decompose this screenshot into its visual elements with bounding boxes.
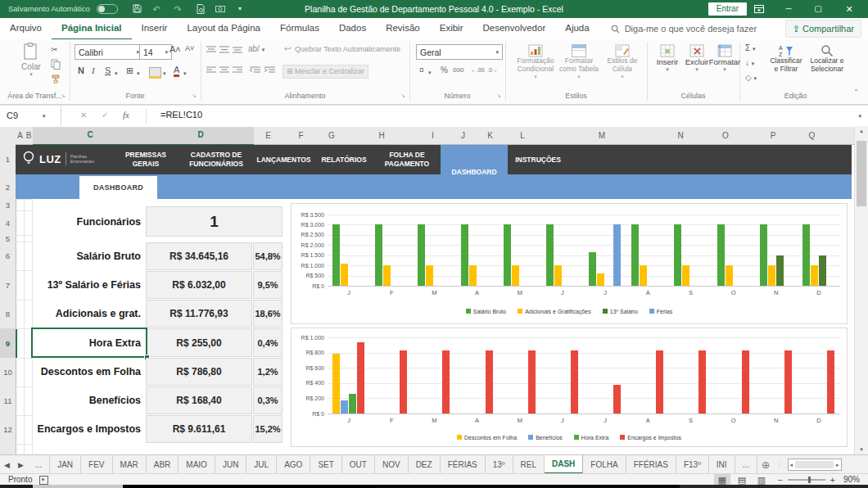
row-header-2[interactable]: 2 [0, 174, 16, 200]
zoom-out-icon[interactable]: − [778, 474, 783, 486]
column-header-N[interactable]: N [659, 127, 703, 145]
underline-button[interactable]: S [105, 66, 111, 75]
cut-icon[interactable]: ✂ [51, 44, 57, 56]
sheet-tab-ff-rias[interactable]: FFÉRIAS [626, 455, 676, 474]
column-header-J[interactable]: J [446, 127, 481, 145]
increase-decimal-icon[interactable]: ←.00 [471, 65, 485, 76]
tabstrip-splitter[interactable]: ⁞ [774, 455, 784, 474]
nav-tab-folha-de-pagamento[interactable]: FOLHA DE PAGAMENTO [373, 145, 441, 174]
expand-formula-bar-icon[interactable]: ▾ [858, 113, 861, 120]
metric-value-1[interactable]: R$ 34.645,16 [146, 242, 252, 270]
sheet-tab-rel[interactable]: REL [513, 455, 545, 474]
sheet-tab-ago[interactable]: AGO [277, 455, 310, 474]
nav-tab-instru-es[interactable]: INSTRUÇÕES [508, 145, 568, 174]
ribbon-tab-desenvolvedor[interactable]: Desenvolvedor [473, 17, 556, 38]
italic-button[interactable]: I [92, 66, 95, 75]
sheet-next-icon[interactable]: ▶ [14, 455, 28, 474]
bold-button[interactable]: N [78, 66, 84, 75]
metric-value-2[interactable]: R$ 6.032,00 [146, 271, 252, 299]
row-header-6[interactable]: 6 [0, 242, 16, 271]
paste-button[interactable]: Colar ▾ [13, 43, 49, 78]
nav-tab-relat-rios[interactable]: RELATÓRIOS [314, 145, 373, 174]
sheet-tab-f-rias[interactable]: FÉRIAS [441, 455, 486, 474]
metric-percent-1[interactable]: 54,8% [253, 242, 283, 270]
share-button[interactable]: ⇪ Compartilhar [785, 20, 861, 38]
sheet-tab--[interactable]: ... [28, 455, 50, 474]
sheet-tab-f13º[interactable]: F13º [676, 455, 709, 474]
autosum-icon[interactable]: Σ ▾ [745, 43, 755, 55]
column-header-M[interactable]: M [545, 127, 660, 145]
column-header-F[interactable]: F [283, 127, 320, 145]
ribbon-tab-revisão[interactable]: Revisão [376, 17, 430, 38]
save-icon[interactable] [129, 0, 144, 13]
ribbon-tab-página-inicial[interactable]: Página Inicial [52, 17, 132, 40]
metric-value-0[interactable]: 1 [146, 206, 283, 237]
column-header-Q[interactable]: Q [797, 127, 828, 145]
accounting-format-icon[interactable]: ¤ [419, 65, 424, 76]
fill-color-icon[interactable] [149, 67, 161, 79]
font-color-dropdown-icon[interactable]: ▾ [183, 70, 187, 77]
chart-charges[interactable]: R$ 1.000R$ 800R$ 600R$ 400R$ 200R$ 0JFMA… [291, 328, 848, 447]
autosave-toggle[interactable] [97, 4, 118, 14]
sheet-tab-fev[interactable]: FEV [81, 455, 112, 474]
find-select-button[interactable]: Localizar e Selecionar [807, 44, 847, 74]
increase-indent-icon[interactable] [264, 66, 275, 75]
vertical-scrollbar[interactable]: ▴ ▾ [854, 126, 868, 454]
align-top-icon[interactable] [206, 46, 216, 54]
horizontal-scroll-thumb[interactable] [795, 461, 834, 468]
ribbon-display-options-icon[interactable] [747, 0, 771, 18]
customize-qat-icon[interactable]: ▾ [233, 0, 247, 18]
normal-view-icon[interactable]: ▦ [714, 474, 730, 486]
metric-value-7[interactable]: R$ 9.611,61 [146, 415, 252, 443]
align-bottom-icon[interactable] [233, 46, 242, 54]
align-middle-icon[interactable] [219, 46, 229, 54]
comma-style-icon[interactable]: 000 [453, 65, 463, 76]
chart-salaries[interactable]: R$ 3.500R$ 3.000R$ 2.500R$ 2.000R$ 1.500… [291, 203, 848, 324]
undo-icon[interactable]: ↶ [149, 0, 164, 18]
add-sheet-icon[interactable]: ⊕ [757, 455, 774, 474]
camera-icon[interactable] [213, 0, 228, 12]
name-box-dropdown-icon[interactable]: ▾ [43, 113, 46, 120]
zoom-in-icon[interactable]: + [830, 474, 835, 486]
sheet-tab-mar[interactable]: MAR [113, 455, 147, 474]
sheet-tab-set[interactable]: SET [310, 455, 341, 474]
sort-filter-button[interactable]: AZ Classificar e Filtrar [767, 44, 805, 74]
sheet-tab-jun[interactable]: JUN [215, 455, 246, 474]
sheet-tab-dash[interactable]: DASH [545, 455, 583, 474]
vertical-scroll-thumb[interactable] [857, 141, 866, 206]
column-header-G[interactable]: G [319, 127, 345, 145]
sheet-tab-folha[interactable]: FOLHA [583, 455, 626, 474]
metric-percent-3[interactable]: 18,6% [253, 300, 283, 328]
sheet-tab-ini[interactable]: INI [709, 455, 735, 474]
sheet-tab-13º[interactable]: 13º [486, 455, 513, 474]
metric-value-4[interactable]: R$ 255,00 [146, 328, 252, 357]
wrap-text-button[interactable]: Quebrar Texto Automaticamente [295, 45, 400, 53]
align-center-icon[interactable] [219, 66, 229, 75]
orientation-icon[interactable]: ab/ ▾ [248, 43, 264, 56]
formula-input[interactable]: =REL!C10 [160, 110, 202, 120]
scroll-up-icon[interactable]: ▴ [855, 128, 868, 134]
column-header-I[interactable]: I [419, 127, 447, 145]
zoom-slider[interactable] [788, 479, 825, 481]
cell-styles-button[interactable]: Estilos de Célula▾ [602, 44, 643, 80]
nav-tab-premissas-gerais[interactable]: PREMISSAS GERAIS [112, 145, 179, 174]
metric-percent-7[interactable]: 15,2% [253, 415, 283, 443]
cancel-icon[interactable]: ✕ [80, 111, 87, 120]
align-left-icon[interactable] [206, 66, 216, 75]
nav-tab-lan-amentos[interactable]: LANÇAMENTOS [253, 145, 314, 174]
formula-bar-splitter[interactable]: ⋮ [57, 109, 66, 118]
nav-tab-cadastro-de-funcion-rios[interactable]: CADASTRO DE FUNCIONÁRIOS [179, 145, 253, 174]
hscroll-right-icon[interactable]: ▸ [834, 462, 841, 468]
borders-icon[interactable]: ⊞ [126, 66, 133, 76]
zoom-level[interactable]: 90% [843, 474, 860, 486]
alignment-dialog-launcher[interactable]: ↘ [400, 93, 405, 99]
print-preview-icon[interactable] [193, 0, 208, 14]
number-format-combo[interactable]: Geral▾ [416, 44, 503, 60]
page-layout-view-icon[interactable]: ▤ [734, 474, 750, 486]
font-color-icon[interactable]: A [174, 66, 179, 77]
percent-style-icon[interactable]: % [441, 65, 448, 76]
redo-icon[interactable]: ↷ [170, 0, 185, 18]
underline-dropdown-icon[interactable]: ▾ [115, 70, 118, 77]
copy-icon[interactable] [51, 59, 61, 70]
macro-record-icon[interactable] [39, 476, 48, 485]
